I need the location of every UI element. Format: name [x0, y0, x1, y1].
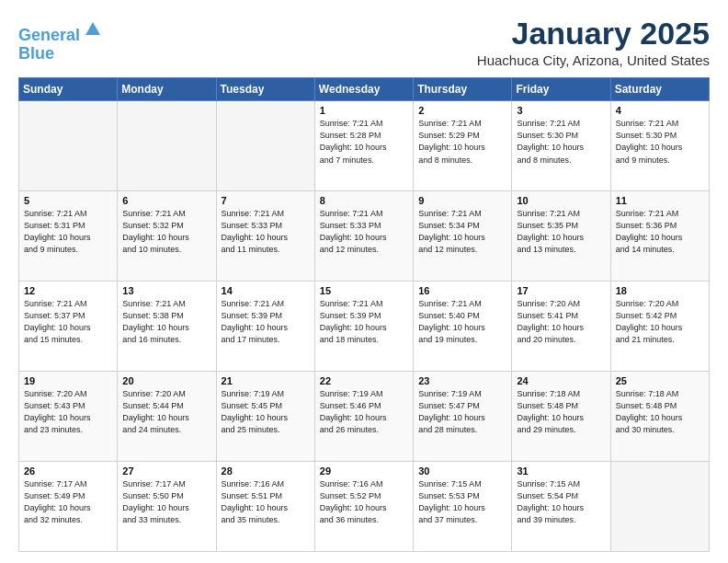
- day-number: 26: [24, 465, 112, 477]
- day-info: Sunrise: 7:21 AM Sunset: 5:34 PM Dayligh…: [418, 208, 506, 256]
- day-info: Sunrise: 7:19 AM Sunset: 5:46 PM Dayligh…: [320, 388, 408, 436]
- calendar-header-saturday: Saturday: [610, 78, 709, 101]
- calendar-cell: 26Sunrise: 7:17 AM Sunset: 5:49 PM Dayli…: [19, 462, 118, 552]
- day-info: Sunrise: 7:21 AM Sunset: 5:31 PM Dayligh…: [24, 208, 112, 256]
- subtitle: Huachuca City, Arizona, United States: [477, 52, 710, 68]
- logo-general: General: [18, 26, 80, 44]
- day-info: Sunrise: 7:19 AM Sunset: 5:45 PM Dayligh…: [222, 388, 310, 436]
- day-number: 1: [320, 105, 408, 116]
- calendar-cell: 10Sunrise: 7:21 AM Sunset: 5:35 PM Dayli…: [512, 191, 610, 282]
- calendar-cell: [610, 462, 709, 552]
- day-info: Sunrise: 7:18 AM Sunset: 5:48 PM Dayligh…: [616, 388, 704, 436]
- day-info: Sunrise: 7:20 AM Sunset: 5:42 PM Dayligh…: [616, 298, 704, 346]
- day-number: 23: [418, 375, 506, 386]
- day-number: 21: [222, 375, 310, 386]
- svg-marker-0: [85, 22, 100, 35]
- day-number: 11: [616, 195, 704, 206]
- calendar-cell: 29Sunrise: 7:16 AM Sunset: 5:52 PM Dayli…: [314, 462, 413, 552]
- calendar-cell: 19Sunrise: 7:20 AM Sunset: 5:43 PM Dayli…: [19, 372, 118, 462]
- day-number: 14: [222, 285, 310, 296]
- calendar-week-3: 12Sunrise: 7:21 AM Sunset: 5:37 PM Dayli…: [19, 282, 710, 372]
- calendar-cell: 14Sunrise: 7:21 AM Sunset: 5:39 PM Dayli…: [216, 282, 314, 372]
- calendar-cell: 28Sunrise: 7:16 AM Sunset: 5:51 PM Dayli…: [216, 462, 314, 552]
- day-number: 18: [616, 285, 704, 296]
- calendar-header-sunday: Sunday: [19, 78, 118, 101]
- day-number: 25: [616, 375, 704, 386]
- page: General Blue January 2025 Huachuca City,…: [0, 0, 728, 563]
- calendar-cell: 17Sunrise: 7:20 AM Sunset: 5:41 PM Dayli…: [512, 282, 610, 372]
- calendar-cell: 25Sunrise: 7:18 AM Sunset: 5:48 PM Dayli…: [610, 372, 709, 462]
- day-number: 17: [517, 285, 605, 296]
- day-info: Sunrise: 7:21 AM Sunset: 5:36 PM Dayligh…: [616, 208, 704, 256]
- day-number: 9: [418, 195, 506, 206]
- calendar-cell: 31Sunrise: 7:15 AM Sunset: 5:54 PM Dayli…: [512, 462, 610, 552]
- header: General Blue January 2025 Huachuca City,…: [18, 17, 710, 68]
- day-info: Sunrise: 7:21 AM Sunset: 5:39 PM Dayligh…: [222, 298, 310, 346]
- calendar-cell: [216, 101, 314, 191]
- calendar-cell: 20Sunrise: 7:20 AM Sunset: 5:44 PM Dayli…: [118, 372, 216, 462]
- day-number: 4: [616, 105, 704, 116]
- logo-blue: Blue: [18, 44, 54, 63]
- logo: General Blue: [18, 20, 104, 63]
- day-info: Sunrise: 7:17 AM Sunset: 5:49 PM Dayligh…: [24, 478, 112, 526]
- day-info: Sunrise: 7:21 AM Sunset: 5:29 PM Dayligh…: [418, 118, 506, 166]
- logo-icon: [82, 18, 104, 40]
- day-info: Sunrise: 7:21 AM Sunset: 5:33 PM Dayligh…: [320, 208, 408, 256]
- day-info: Sunrise: 7:21 AM Sunset: 5:40 PM Dayligh…: [418, 298, 506, 346]
- day-info: Sunrise: 7:21 AM Sunset: 5:39 PM Dayligh…: [320, 298, 408, 346]
- calendar-week-1: 1Sunrise: 7:21 AM Sunset: 5:28 PM Daylig…: [19, 101, 710, 191]
- calendar-cell: 9Sunrise: 7:21 AM Sunset: 5:34 PM Daylig…: [414, 191, 512, 282]
- calendar-cell: 27Sunrise: 7:17 AM Sunset: 5:50 PM Dayli…: [118, 462, 216, 552]
- day-number: 12: [24, 285, 112, 296]
- calendar-week-2: 5Sunrise: 7:21 AM Sunset: 5:31 PM Daylig…: [19, 191, 710, 282]
- day-number: 2: [418, 105, 506, 116]
- main-title: January 2025: [477, 17, 710, 51]
- day-number: 20: [122, 375, 210, 386]
- day-number: 16: [418, 285, 506, 296]
- calendar-cell: 18Sunrise: 7:20 AM Sunset: 5:42 PM Dayli…: [610, 282, 709, 372]
- day-info: Sunrise: 7:15 AM Sunset: 5:53 PM Dayligh…: [418, 478, 506, 526]
- calendar-table: SundayMondayTuesdayWednesdayThursdayFrid…: [18, 77, 710, 552]
- calendar-cell: 5Sunrise: 7:21 AM Sunset: 5:31 PM Daylig…: [19, 191, 118, 282]
- calendar-cell: 1Sunrise: 7:21 AM Sunset: 5:28 PM Daylig…: [314, 101, 413, 191]
- day-info: Sunrise: 7:16 AM Sunset: 5:52 PM Dayligh…: [320, 478, 408, 526]
- calendar-cell: [19, 101, 118, 191]
- day-number: 10: [517, 195, 605, 206]
- day-number: 6: [122, 195, 210, 206]
- day-number: 8: [320, 195, 408, 206]
- calendar-cell: 11Sunrise: 7:21 AM Sunset: 5:36 PM Dayli…: [610, 191, 709, 282]
- logo-text: General Blue: [18, 20, 104, 63]
- day-info: Sunrise: 7:17 AM Sunset: 5:50 PM Dayligh…: [122, 478, 210, 526]
- day-info: Sunrise: 7:20 AM Sunset: 5:44 PM Dayligh…: [122, 388, 210, 436]
- calendar-cell: 21Sunrise: 7:19 AM Sunset: 5:45 PM Dayli…: [216, 372, 314, 462]
- day-info: Sunrise: 7:20 AM Sunset: 5:41 PM Dayligh…: [517, 298, 605, 346]
- calendar-header-row: SundayMondayTuesdayWednesdayThursdayFrid…: [19, 78, 710, 101]
- day-number: 28: [222, 465, 310, 477]
- day-number: 19: [24, 375, 112, 386]
- day-info: Sunrise: 7:20 AM Sunset: 5:43 PM Dayligh…: [24, 388, 112, 436]
- day-number: 15: [320, 285, 408, 296]
- day-info: Sunrise: 7:21 AM Sunset: 5:37 PM Dayligh…: [24, 298, 112, 346]
- calendar-cell: 30Sunrise: 7:15 AM Sunset: 5:53 PM Dayli…: [414, 462, 512, 552]
- day-info: Sunrise: 7:15 AM Sunset: 5:54 PM Dayligh…: [517, 478, 605, 526]
- calendar-cell: 4Sunrise: 7:21 AM Sunset: 5:30 PM Daylig…: [610, 101, 709, 191]
- day-info: Sunrise: 7:21 AM Sunset: 5:28 PM Dayligh…: [320, 118, 408, 166]
- calendar-header-thursday: Thursday: [414, 78, 512, 101]
- day-info: Sunrise: 7:21 AM Sunset: 5:30 PM Dayligh…: [616, 118, 704, 166]
- day-number: 27: [122, 465, 210, 477]
- calendar-header-tuesday: Tuesday: [216, 78, 314, 101]
- day-number: 5: [24, 195, 112, 206]
- calendar-cell: 16Sunrise: 7:21 AM Sunset: 5:40 PM Dayli…: [414, 282, 512, 372]
- calendar-week-5: 26Sunrise: 7:17 AM Sunset: 5:49 PM Dayli…: [19, 462, 710, 552]
- day-number: 30: [418, 465, 506, 477]
- day-info: Sunrise: 7:21 AM Sunset: 5:38 PM Dayligh…: [122, 298, 210, 346]
- day-info: Sunrise: 7:16 AM Sunset: 5:51 PM Dayligh…: [222, 478, 310, 526]
- day-number: 3: [517, 105, 605, 116]
- day-info: Sunrise: 7:18 AM Sunset: 5:48 PM Dayligh…: [517, 388, 605, 436]
- day-info: Sunrise: 7:21 AM Sunset: 5:33 PM Dayligh…: [222, 208, 310, 256]
- day-number: 29: [320, 465, 408, 477]
- calendar-cell: 23Sunrise: 7:19 AM Sunset: 5:47 PM Dayli…: [414, 372, 512, 462]
- calendar-cell: 24Sunrise: 7:18 AM Sunset: 5:48 PM Dayli…: [512, 372, 610, 462]
- day-number: 22: [320, 375, 408, 386]
- calendar-cell: 22Sunrise: 7:19 AM Sunset: 5:46 PM Dayli…: [314, 372, 413, 462]
